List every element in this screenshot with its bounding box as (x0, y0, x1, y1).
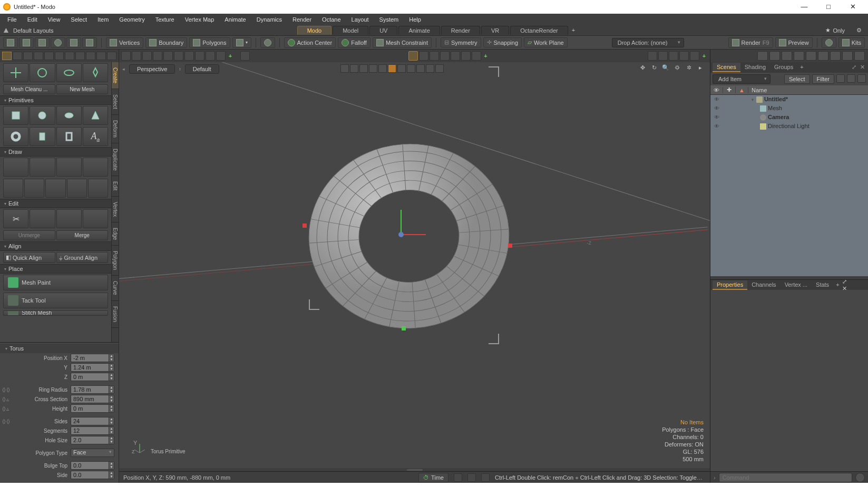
transform-move-tool[interactable] (3, 63, 28, 82)
vertices-button[interactable]: Vertices (106, 37, 143, 48)
nav-zoom-icon[interactable]: 🔍 (661, 64, 670, 73)
vp-icon[interactable] (121, 51, 131, 61)
close-panel-icon[interactable]: ✕ (859, 64, 866, 71)
close-button[interactable]: ✕ (841, 0, 865, 14)
vp-opt-icon[interactable] (648, 51, 657, 61)
vi-icon[interactable] (397, 64, 406, 73)
tab-uv[interactable]: UV (369, 26, 397, 35)
tab-stats[interactable]: Stats (812, 280, 833, 290)
menu-select[interactable]: Select (65, 15, 92, 24)
menu-system[interactable]: System (374, 15, 404, 24)
draw-sketch[interactable] (30, 158, 55, 177)
nav-more-icon[interactable]: ▸ (696, 64, 705, 73)
tab-animate[interactable]: Animate (398, 26, 440, 35)
ri-icon[interactable] (782, 51, 792, 61)
viewport-shading-select[interactable]: Default (185, 64, 219, 74)
tab-render[interactable]: Render (441, 26, 480, 35)
menu-octane[interactable]: Octane (317, 15, 346, 24)
vtab-polygon[interactable]: Polygon (112, 246, 119, 276)
add-scene-tab[interactable]: + (797, 63, 806, 72)
tool-item-icon[interactable] (82, 37, 97, 48)
vi-icon[interactable] (435, 64, 444, 73)
default-layouts-label[interactable]: Default Layouts (13, 27, 53, 34)
vi-icon[interactable] (416, 64, 425, 73)
nav-orbit-icon[interactable]: ↻ (650, 64, 658, 73)
add-layout-tab[interactable]: + (569, 26, 578, 35)
vp-icon[interactable] (174, 51, 183, 61)
edit-cut-icon[interactable]: ✂ (3, 209, 28, 228)
props-header[interactable]: Torus (0, 344, 119, 353)
lh-icon[interactable] (107, 52, 116, 60)
stitch-mesh-button[interactable]: Stitch Mesh (3, 310, 108, 316)
prop-input[interactable]: 0 m▲▼ (71, 404, 114, 413)
vp-icon[interactable] (195, 51, 204, 61)
mesh-paint-button[interactable]: Mesh Paint (3, 275, 108, 290)
vp-add-icon[interactable]: + (227, 53, 234, 59)
draw-star[interactable] (67, 179, 87, 198)
tree-row[interactable]: 👁Directional Light (710, 122, 868, 131)
lh-icon[interactable] (86, 52, 95, 60)
edit-copy-icon[interactable] (30, 209, 55, 228)
vp-shade-icon[interactable] (408, 51, 418, 61)
vi-icon[interactable] (350, 64, 358, 73)
draw-bezier[interactable] (83, 158, 108, 177)
vp-icon[interactable] (153, 51, 162, 61)
only-toggle[interactable]: ★Only (821, 27, 849, 34)
section-draw[interactable]: Draw (0, 147, 111, 157)
draw-curve[interactable] (56, 158, 82, 177)
kits-button[interactable]: Kits (838, 37, 865, 48)
transform-rotate-tool[interactable] (30, 63, 55, 82)
selection-set-icon[interactable] (260, 37, 275, 48)
prop-input[interactable]: 24▲▼ (71, 417, 114, 425)
work-plane-button[interactable]: ▱Work Plane (524, 37, 568, 47)
menu-geometry[interactable]: Geometry (114, 15, 150, 24)
prop-input[interactable]: 1.78 m▲▼ (71, 385, 114, 394)
tab-vr[interactable]: VR (481, 26, 509, 35)
tab-properties[interactable]: Properties (713, 280, 747, 290)
time-button[interactable]: ⏱Time (418, 473, 448, 482)
prim-tube[interactable] (56, 127, 82, 146)
command-run-icon[interactable] (855, 473, 865, 482)
name-column[interactable]: Name (748, 87, 868, 93)
prop-input[interactable]: -2 m▲▼ (71, 354, 114, 362)
prop-dropdown[interactable]: Face (71, 449, 114, 457)
prop-input[interactable]: 0 m▲▼ (71, 373, 114, 381)
prim-sphere[interactable] (30, 106, 55, 125)
prop-input[interactable]: 890 mm▲▼ (71, 395, 114, 403)
nav-focus-icon[interactable]: ⯐ (673, 64, 681, 73)
expand-icon[interactable]: ⤢ (850, 64, 857, 71)
vp-icon[interactable] (461, 51, 471, 61)
menu-animate[interactable]: Animate (219, 15, 251, 24)
layout-settings-icon[interactable]: ⚙ (853, 27, 865, 34)
menu-render[interactable]: Render (287, 15, 317, 24)
lh-icon[interactable] (34, 52, 43, 60)
vp-icon[interactable] (216, 51, 226, 61)
selection-mode-icon[interactable]: ▾ (232, 37, 251, 48)
prop-input[interactable]: 12▲▼ (71, 426, 114, 435)
vp-icon[interactable] (472, 51, 481, 61)
section-place[interactable]: Place (0, 264, 111, 274)
vi-icon[interactable] (340, 64, 349, 73)
vp-icon[interactable] (163, 51, 173, 61)
tack-tool-button[interactable]: Tack Tool (3, 293, 108, 308)
filter-button[interactable]: Filter (812, 74, 834, 84)
menu-item[interactable]: Item (92, 15, 114, 24)
ri-icon[interactable] (818, 51, 828, 61)
plus-column-icon[interactable]: ✚ (723, 86, 736, 93)
prop-input[interactable]: 0.0▲▼ (71, 471, 114, 479)
ri-icon[interactable] (769, 51, 780, 61)
status-icon[interactable] (454, 473, 462, 482)
menu-vertex-map[interactable]: Vertex Map (180, 15, 220, 24)
vp-add-icon[interactable]: + (700, 53, 708, 59)
tab-modo[interactable]: Modo (297, 26, 332, 35)
help-icon[interactable] (822, 37, 836, 48)
prop-input[interactable]: 2.0▲▼ (71, 436, 114, 444)
quick-align-button[interactable]: ◧Quick Align (3, 252, 55, 263)
grid-icon[interactable] (847, 74, 855, 83)
vi-icon[interactable] (378, 64, 387, 73)
vp-icon[interactable] (451, 51, 460, 61)
eye-column-icon[interactable]: 👁 (710, 87, 723, 93)
tab-channels[interactable]: Channels (747, 280, 780, 290)
tree-row[interactable]: 👁▼Untitled* (710, 95, 868, 104)
vi-icon[interactable] (426, 64, 434, 73)
